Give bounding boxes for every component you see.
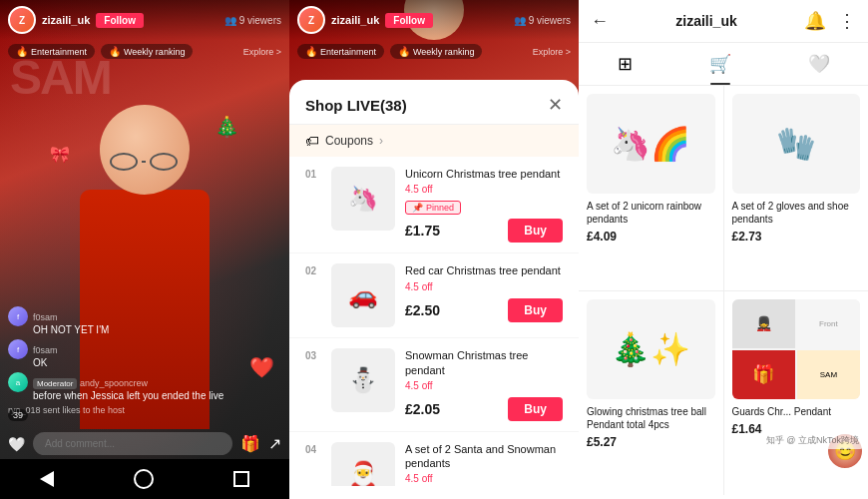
product-price-1: £1.75 xyxy=(405,223,440,239)
share-icon[interactable]: ↗ xyxy=(268,434,281,453)
product-num-4: 04 xyxy=(305,442,321,455)
left-top-bar: Z zizaili_uk Follow 👥 9 viewers xyxy=(0,0,289,40)
grid-item-1[interactable]: 🦄🌈 A set of 2 unicorn rainbow pendants £… xyxy=(579,86,723,290)
mid-avatar: Z xyxy=(297,6,325,34)
product-info-2: Red car Christmas tree pendant 4.5 off £… xyxy=(405,263,563,321)
product-discount-1: 4.5 off xyxy=(405,184,563,195)
chat-avatar-2: f xyxy=(8,339,28,359)
chat-message-4: ryo_018 sent likes to the host xyxy=(8,405,281,415)
grid-img-1: 🦄🌈 xyxy=(587,94,715,194)
entertainment-tag: 🔥 Entertainment xyxy=(8,44,95,59)
notification-icon[interactable]: 🔔 xyxy=(804,10,826,32)
mid-live-panel: Z zizaili_uk Follow 👥 9 viewers 🔥 Entert… xyxy=(289,0,579,499)
mid-top-bar: Z zizaili_uk Follow 👥 9 viewers xyxy=(289,0,579,40)
home-nav-icon[interactable] xyxy=(134,469,154,489)
back-nav-icon[interactable] xyxy=(40,471,54,487)
product-name-4: A set of 2 Santa and Snowman pendants xyxy=(405,442,563,471)
product-img-4: 🎅 xyxy=(331,442,395,486)
watermark: 知乎 @ 立成NkTok跨境 xyxy=(762,432,863,449)
coupons-chevron: › xyxy=(379,134,383,148)
right-header-icons: 🔔 ⋮ xyxy=(804,10,856,32)
right-tabs: ⊞ 🛒 🤍 xyxy=(579,43,868,86)
tab-heart[interactable]: 🤍 xyxy=(792,49,846,79)
product-info-3: Snowman Christmas tree pendant 4.5 off £… xyxy=(405,348,563,421)
grid-price-1: £4.09 xyxy=(587,230,715,244)
chat-message-2: f f0sam OK xyxy=(8,339,281,368)
product-list: 01 🦄 Unicorn Christmas tree pendant 4.5 … xyxy=(289,157,579,486)
price-row-2: £2.50 Buy xyxy=(405,298,563,322)
shop-overlay: Shop LIVE(38) ✕ 🏷 Coupons › 01 🦄 Unicorn… xyxy=(289,80,579,499)
follow-button[interactable]: Follow xyxy=(96,13,144,28)
price-row-1: £1.75 Buy xyxy=(405,219,563,243)
user-info: Z zizaili_uk Follow xyxy=(8,6,144,34)
product-name-3: Snowman Christmas tree pendant xyxy=(405,348,563,377)
count-badge: 39 xyxy=(8,409,28,421)
product-img-2: 🚗 xyxy=(331,263,395,327)
product-item-3: 03 ⛄ Snowman Christmas tree pendant 4.5 … xyxy=(289,338,579,432)
product-item-2: 02 🚗 Red car Christmas tree pendant 4.5 … xyxy=(289,253,579,338)
coupons-label: Coupons xyxy=(325,134,373,148)
shop-header: Shop LIVE(38) ✕ xyxy=(289,80,579,125)
bottom-icons: 🎁 ↗ xyxy=(240,434,281,453)
grid-img-2: 🧤 xyxy=(732,94,861,194)
product-num-1: 01 xyxy=(305,167,321,180)
moderator-badge: Moderator xyxy=(33,378,77,389)
right-product-panel: ← zizaili_uk 🔔 ⋮ ⊞ 🛒 🤍 🦄🌈 A set of 2 uni… xyxy=(579,0,868,499)
chat-area: f f0sam OH NOT YET I'M f f0sam OK a Mode… xyxy=(0,306,289,419)
more-options-icon[interactable]: ⋮ xyxy=(838,10,856,32)
mid-explore-button[interactable]: Explore > xyxy=(533,44,571,59)
tab-grid[interactable]: ⊞ xyxy=(602,49,649,79)
mid-entertainment-tag: 🔥 Entertainment xyxy=(297,44,384,59)
product-discount-4: 4.5 off xyxy=(405,473,563,484)
viewers-count: 👥 9 viewers xyxy=(224,15,281,26)
grid-name-2: A set of 2 gloves and shoe pendants xyxy=(732,200,861,226)
mid-follow-button[interactable]: Follow xyxy=(385,13,433,28)
recent-nav-icon[interactable] xyxy=(233,471,249,487)
bottom-bar: 🤍 🎁 ↗ xyxy=(0,428,289,459)
chat-avatar-1: f xyxy=(8,306,28,326)
grid-item-3[interactable]: 🎄✨ Glowing christmas tree ball Pendant t… xyxy=(579,291,723,496)
grid-price-3: £5.27 xyxy=(587,435,715,449)
chat-avatar-3: a xyxy=(8,372,28,392)
product-img-3: ⛄ xyxy=(331,348,395,412)
right-username: zizaili_uk xyxy=(675,13,736,29)
product-info-1: Unicorn Christmas tree pendant 4.5 off 📌… xyxy=(405,167,563,243)
mid-tags-bar: 🔥 Entertainment 🔥 Weekly ranking Explore… xyxy=(289,40,579,63)
coupon-icon: 🏷 xyxy=(305,133,319,149)
grid-item-4[interactable]: 💂 Front 🎁 SAM Guards Chr... Pendant £1.6… xyxy=(724,291,869,496)
avatar: Z xyxy=(8,6,36,34)
chat-message-1: f f0sam OH NOT YET I'M xyxy=(8,306,281,335)
mid-ranking-tag: 🔥 Weekly ranking xyxy=(390,44,482,59)
product-item-1: 01 🦄 Unicorn Christmas tree pendant 4.5 … xyxy=(289,157,579,253)
product-info-4: A set of 2 Santa and Snowman pendants 4.… xyxy=(405,442,563,486)
pinned-row: 📌 Pinned xyxy=(405,201,563,215)
back-arrow-icon[interactable]: ← xyxy=(591,11,609,32)
left-nav-bar xyxy=(0,459,289,499)
product-img-1: 🦄 xyxy=(331,167,395,231)
product-price-2: £2.50 xyxy=(405,302,440,318)
pinned-badge: 📌 Pinned xyxy=(405,201,461,215)
grid-item-2[interactable]: 🧤 A set of 2 gloves and shoe pendants £2… xyxy=(724,86,869,290)
comment-input[interactable] xyxy=(33,432,232,455)
tags-bar: 🔥 Entertainment 🔥 Weekly ranking Explore… xyxy=(0,40,289,63)
product-price-3: £2.05 xyxy=(405,401,440,417)
explore-button[interactable]: Explore > xyxy=(243,44,281,59)
product-name-2: Red car Christmas tree pendant xyxy=(405,263,563,277)
heart-icon: 🤍 xyxy=(8,436,25,452)
grid-name-4: Guards Chr... Pendant xyxy=(732,405,861,418)
mid-user-info: Z zizaili_uk Follow xyxy=(297,6,433,34)
buy-button-2[interactable]: Buy xyxy=(508,298,563,322)
tab-cart[interactable]: 🛒 xyxy=(693,49,747,79)
shop-close-button[interactable]: ✕ xyxy=(548,94,563,116)
mid-username: zizaili_uk xyxy=(331,14,379,26)
buy-button-1[interactable]: Buy xyxy=(508,219,563,243)
buy-button-3[interactable]: Buy xyxy=(508,397,563,421)
shop-title: Shop LIVE(38) xyxy=(305,97,407,114)
product-discount-3: 4.5 off xyxy=(405,380,563,391)
product-num-3: 03 xyxy=(305,348,321,361)
product-num-2: 02 xyxy=(305,263,321,276)
gift-icon[interactable]: 🎁 xyxy=(240,434,260,453)
ranking-tag: 🔥 Weekly ranking xyxy=(101,44,193,59)
chat-message-3: a Moderator andy_spooncrew before when J… xyxy=(8,372,281,401)
coupons-row[interactable]: 🏷 Coupons › xyxy=(289,125,579,157)
